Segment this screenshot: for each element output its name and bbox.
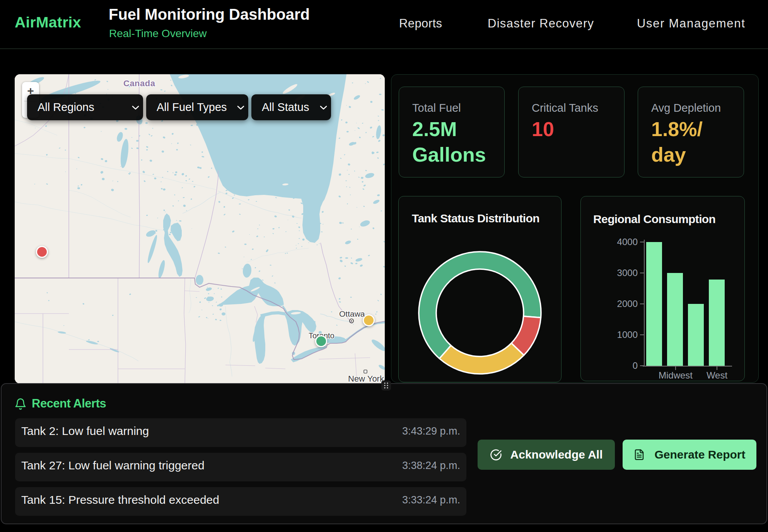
- svg-text:Canada: Canada: [123, 78, 155, 88]
- svg-text:0: 0: [633, 360, 638, 371]
- svg-text:New York: New York: [348, 374, 384, 384]
- svg-text:4000: 4000: [617, 237, 638, 247]
- svg-text:2000: 2000: [617, 298, 638, 309]
- svg-text:1000: 1000: [617, 329, 638, 340]
- svg-text:Midwest: Midwest: [659, 370, 693, 380]
- svg-text:West: West: [707, 370, 728, 380]
- svg-text:3000: 3000: [617, 268, 638, 278]
- svg-text:Ottawa: Ottawa: [339, 309, 365, 318]
